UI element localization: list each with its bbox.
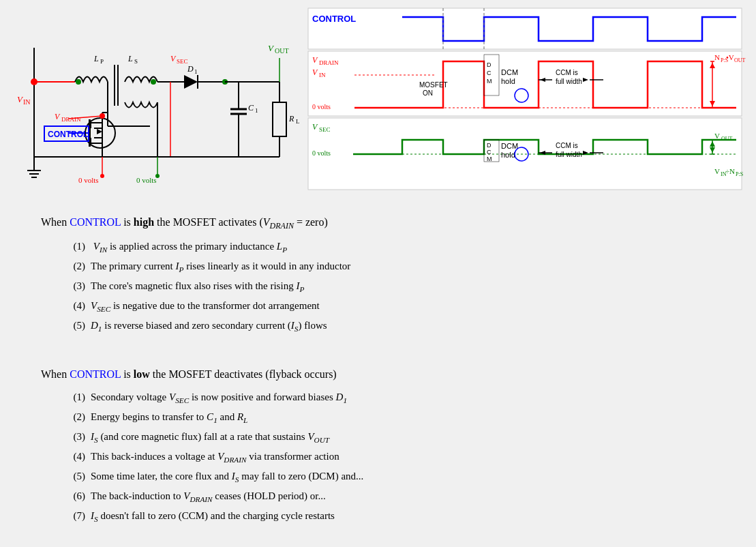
when-text: When bbox=[41, 216, 70, 228]
svg-text:M: M bbox=[487, 156, 492, 162]
low-list: (1) Secondary voltage VSEC is now positi… bbox=[61, 389, 715, 525]
svg-text:R: R bbox=[288, 114, 294, 123]
svg-text:L: L bbox=[127, 54, 133, 63]
svg-text:N: N bbox=[714, 53, 720, 61]
top-section: V IN L P L S bbox=[14, 7, 742, 191]
list-item: (4) This back-induces a voltage at VDRAI… bbox=[61, 448, 715, 466]
svg-text:SEC: SEC bbox=[319, 126, 331, 133]
svg-text:0 volts: 0 volts bbox=[312, 149, 331, 157]
svg-text:DRAIN: DRAIN bbox=[319, 59, 339, 66]
svg-text:full width: full width bbox=[556, 78, 582, 85]
svg-text:DCM: DCM bbox=[501, 68, 518, 76]
control-high-label: CONTROL bbox=[70, 216, 121, 228]
svg-text:V: V bbox=[714, 167, 720, 175]
svg-text:V: V bbox=[268, 43, 275, 53]
svg-text:V: V bbox=[170, 54, 177, 63]
high-list: (1) VIN is applied across the primary in… bbox=[61, 238, 715, 335]
svg-text:S: S bbox=[134, 58, 138, 65]
svg-text:hold: hold bbox=[501, 77, 515, 85]
svg-text:OUT: OUT bbox=[721, 136, 733, 142]
svg-text:0 volts: 0 volts bbox=[78, 176, 99, 184]
high-text: high bbox=[134, 216, 154, 228]
svg-rect-75 bbox=[308, 8, 742, 49]
list-item: (1) Secondary voltage VSEC is now positi… bbox=[61, 389, 715, 406]
svg-text:÷N: ÷N bbox=[725, 167, 735, 175]
svg-text:P: P bbox=[100, 58, 104, 65]
svg-rect-36 bbox=[273, 102, 286, 136]
svg-point-17 bbox=[151, 79, 156, 85]
svg-text:C: C bbox=[248, 103, 254, 113]
is-text: is bbox=[121, 216, 134, 228]
svg-text:MOSFET: MOSFET bbox=[419, 81, 448, 89]
list-item: (2) The primary current IP rises linearl… bbox=[61, 258, 715, 276]
list-item: (3) The core's magnetic flux also rises … bbox=[61, 278, 715, 295]
svg-text:SEC: SEC bbox=[177, 58, 188, 65]
main-container: V IN L P L S bbox=[0, 0, 756, 537]
svg-text:L: L bbox=[296, 118, 300, 125]
svg-text:DCM: DCM bbox=[501, 142, 518, 150]
svg-text:D: D bbox=[487, 142, 492, 149]
svg-text:D: D bbox=[487, 61, 492, 68]
high-heading: When CONTROL is high the MOSFET activate… bbox=[41, 213, 715, 233]
svg-text:CONTROL: CONTROL bbox=[312, 14, 356, 24]
list-item: (7) IS doesn't fall to zero (CCM) and th… bbox=[61, 507, 715, 525]
circuit-diagram: V IN L P L S bbox=[14, 7, 300, 191]
svg-text:D: D bbox=[187, 64, 194, 74]
svg-text:CCM is: CCM is bbox=[556, 142, 578, 149]
low-text: low bbox=[134, 368, 150, 380]
svg-text:•V: •V bbox=[726, 53, 734, 61]
waveform-diagram: CONTROL V DRAIN V IN 0 volts bbox=[307, 7, 743, 191]
list-item: (5) Some time later, the core flux and I… bbox=[61, 468, 715, 486]
svg-marker-19 bbox=[184, 75, 198, 89]
high-rest: the MOSFET activates ( bbox=[154, 216, 263, 228]
control-low-label: CONTROL bbox=[70, 368, 121, 380]
text-content: When CONTROL is high the MOSFET activate… bbox=[14, 198, 742, 531]
list-item: (3) IS (and core magnetic flux) fall at … bbox=[61, 428, 715, 446]
list-item: (1) VIN is applied across the primary in… bbox=[61, 238, 715, 256]
svg-point-12 bbox=[76, 79, 81, 85]
svg-text:0 volts: 0 volts bbox=[136, 176, 157, 184]
svg-text:full width: full width bbox=[556, 151, 582, 158]
list-item: (6) The back-induction to VDRAIN ceases … bbox=[61, 488, 715, 505]
when-text2: When bbox=[41, 368, 70, 380]
svg-text:CONTROL: CONTROL bbox=[48, 130, 88, 139]
list-item: (4) VSEC is negative due to the transfor… bbox=[61, 297, 715, 315]
list-item: (2) Energy begins to transfer to C1 and … bbox=[61, 409, 715, 426]
svg-text:V: V bbox=[714, 132, 720, 140]
svg-text:hold: hold bbox=[501, 151, 515, 159]
svg-text:M: M bbox=[487, 78, 492, 85]
equals-zero: = zero) bbox=[294, 216, 328, 228]
svg-text:OUT: OUT bbox=[734, 57, 746, 63]
svg-text:1: 1 bbox=[255, 107, 258, 114]
list-item: (5) D1 is reverse biased and zero second… bbox=[61, 317, 715, 335]
svg-text:C: C bbox=[487, 149, 492, 156]
svg-text:DRAIN: DRAIN bbox=[61, 116, 81, 123]
svg-marker-56 bbox=[97, 129, 102, 134]
svg-text:IN: IN bbox=[23, 98, 31, 106]
svg-text:V: V bbox=[55, 112, 61, 121]
vdrain-math: VDRAIN bbox=[263, 216, 294, 228]
svg-text:CCM is: CCM is bbox=[556, 69, 578, 76]
svg-text:C: C bbox=[487, 70, 492, 76]
svg-text:ON: ON bbox=[423, 89, 433, 97]
svg-text:OUT: OUT bbox=[275, 47, 289, 55]
low-heading: When CONTROL is low the MOSFET deactivat… bbox=[41, 366, 715, 383]
svg-text:1: 1 bbox=[194, 68, 198, 75]
svg-text:IN: IN bbox=[319, 72, 326, 78]
svg-text:P:S: P:S bbox=[736, 171, 743, 177]
svg-text:0 volts: 0 volts bbox=[312, 103, 331, 110]
svg-text:L: L bbox=[93, 54, 99, 63]
